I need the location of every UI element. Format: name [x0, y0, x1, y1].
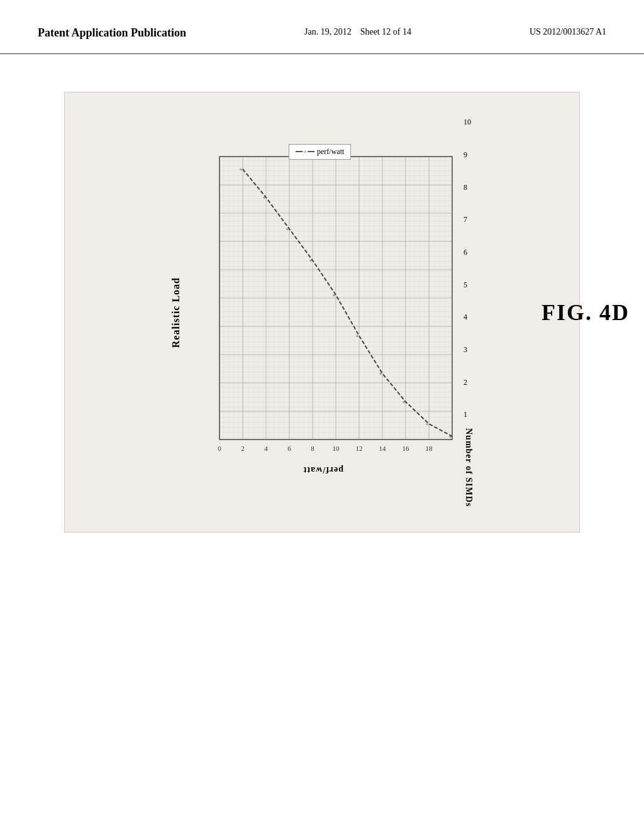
chart-wrapper: Realistic Load perf/watt: [170, 118, 474, 507]
legend-line: perf/watt: [296, 147, 344, 157]
svg-text:2: 2: [241, 445, 245, 452]
right-axis-label: Number of SIMDs: [464, 428, 474, 507]
svg-text:+: +: [286, 226, 289, 233]
svg-text:8: 8: [311, 445, 314, 452]
svg-text:4: 4: [264, 445, 268, 452]
svg-text:10: 10: [333, 445, 340, 452]
simd-num-8: 8: [464, 183, 471, 192]
main-content: Realistic Load perf/watt: [0, 54, 644, 570]
svg-text:+: +: [239, 166, 243, 173]
figure-container: Realistic Load perf/watt: [64, 92, 580, 533]
svg-text:14: 14: [379, 445, 387, 452]
simd-num-6: 6: [464, 248, 471, 257]
simd-num-1: 1: [464, 410, 471, 419]
simd-num-4: 4: [464, 313, 471, 322]
page-header: Patent Application Publication Jan. 19, …: [0, 0, 644, 54]
x-axis-label: perf/watt: [188, 465, 458, 475]
publication-number: US 2012/0013627 A1: [530, 25, 606, 39]
simd-num-5: 5: [464, 280, 471, 290]
svg-text:+: +: [309, 257, 313, 264]
chart-legend: perf/watt: [289, 144, 351, 160]
svg-text:+: +: [355, 333, 359, 340]
svg-text:18: 18: [426, 445, 433, 452]
figure-label: FIG. 4D: [541, 299, 630, 326]
simd-num-9: 9: [464, 150, 471, 160]
svg-text:+: +: [332, 292, 336, 299]
svg-text:+: +: [402, 399, 406, 406]
simd-num-3: 3: [464, 345, 471, 355]
simd-num-2: 2: [464, 378, 471, 387]
svg-text:0: 0: [218, 445, 221, 452]
legend-dash-icon: [296, 151, 314, 152]
svg-text:+: +: [379, 370, 382, 377]
chart-svg-container: + + + + + + + + + + 0 2 4: [188, 150, 458, 461]
svg-text:16: 16: [402, 445, 410, 452]
svg-text:+: +: [262, 194, 266, 201]
svg-text:12: 12: [356, 445, 363, 452]
svg-text:6: 6: [287, 445, 291, 452]
chart-svg: + + + + + + + + + + 0 2 4: [188, 150, 458, 458]
y-axis-label: Realistic Load: [170, 277, 182, 348]
publication-title: Patent Application Publication: [38, 25, 186, 41]
simd-num-7: 7: [464, 215, 471, 224]
svg-text:+: +: [425, 421, 429, 428]
simd-number-labels: 1 2 3 4 5 6 7 8 9 10: [464, 118, 471, 419]
simd-num-10: 10: [464, 118, 471, 127]
legend-text: perf/watt: [317, 147, 344, 157]
chart-area: perf/watt: [188, 150, 458, 475]
right-side-axis: 1 2 3 4 5 6 7 8 9 10 Number of SIMDs: [464, 118, 474, 507]
publication-date-sheet: Jan. 19, 2012 Sheet 12 of 14: [304, 25, 411, 39]
